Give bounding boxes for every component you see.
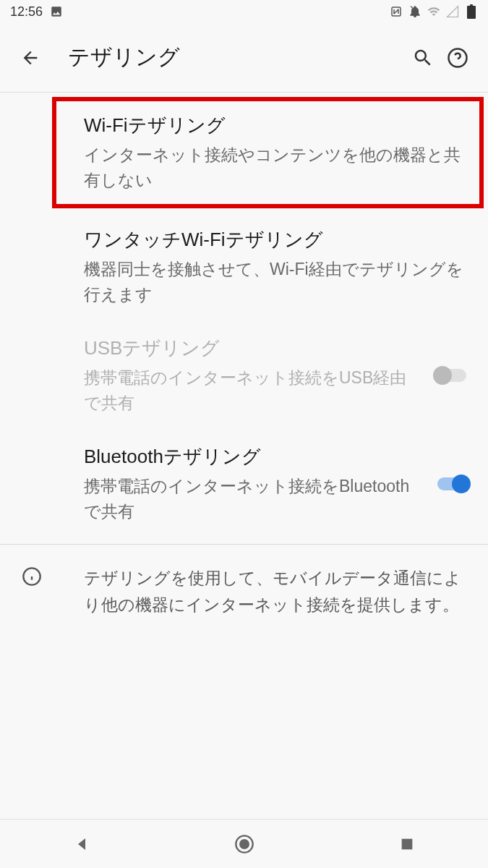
svg-rect-1 — [467, 6, 476, 19]
nav-home-button[interactable] — [215, 827, 273, 861]
nfc-icon — [390, 5, 403, 18]
help-button[interactable] — [440, 41, 475, 75]
status-time: 12:56 — [10, 4, 43, 20]
battery-icon — [465, 5, 478, 18]
navigation-bar — [0, 819, 488, 868]
setting-subtitle: 携帯電話のインターネット接続をUSB経由で共有 — [84, 365, 421, 415]
svg-rect-10 — [401, 838, 412, 849]
info-text: テザリングを使用して、モバイルデータ通信により他の機器にインターネット接続を提供… — [84, 565, 471, 618]
search-button[interactable] — [406, 41, 440, 75]
nav-home-icon — [234, 834, 254, 854]
status-left: 12:56 — [10, 4, 63, 20]
back-button[interactable] — [13, 41, 48, 75]
nav-back-button[interactable] — [53, 827, 111, 861]
setting-title: Wi-Fiテザリング — [84, 113, 462, 138]
info-icon-wrap — [17, 565, 84, 618]
info-section: テザリングを使用して、モバイルデータ通信により他の機器にインターネット接続を提供… — [0, 550, 488, 633]
page-title: テザリング — [68, 43, 406, 72]
svg-rect-2 — [470, 4, 473, 7]
onetouch-wifi-tethering-item[interactable]: ワンタッチWi-Fiテザリング 機器同士を接触させて、Wi-Fi経由でテザリング… — [0, 213, 488, 321]
svg-point-9 — [240, 840, 249, 848]
bluetooth-tethering-item[interactable]: Bluetoothテザリング 携帯電話のインターネット接続をBluetoothで… — [0, 430, 488, 538]
nav-back-icon — [73, 835, 90, 853]
status-right — [390, 5, 478, 18]
setting-title: ワンタッチWi-Fiテザリング — [84, 227, 471, 252]
app-bar: テザリング — [0, 23, 488, 93]
setting-title: Bluetoothテザリング — [84, 444, 421, 469]
notification-muted-icon — [408, 5, 421, 18]
divider — [0, 544, 488, 545]
help-icon — [447, 47, 468, 69]
search-icon — [412, 47, 434, 69]
settings-list: Wi-Fiテザリング インターネット接続やコンテンツを他の機器と共有しない ワン… — [0, 97, 488, 633]
usb-tethering-switch — [433, 365, 471, 386]
wifi-tethering-item[interactable]: Wi-Fiテザリング インターネット接続やコンテンツを他の機器と共有しない — [52, 97, 484, 208]
image-icon — [50, 5, 63, 18]
nav-recent-icon — [399, 836, 415, 852]
wifi-icon — [427, 5, 440, 18]
setting-title: USBテザリング — [84, 336, 421, 361]
setting-subtitle: インターネット接続やコンテンツを他の機器と共有しない — [84, 142, 462, 192]
nav-recent-button[interactable] — [378, 827, 436, 861]
status-bar: 12:56 — [0, 0, 488, 23]
back-arrow-icon — [20, 48, 40, 68]
usb-tethering-item: USBテザリング 携帯電話のインターネット接続をUSB経由で共有 — [0, 321, 488, 430]
signal-icon — [446, 5, 459, 18]
bluetooth-tethering-switch[interactable] — [433, 474, 471, 494]
setting-subtitle: 機器同士を接触させて、Wi-Fi経由でテザリングを行えます — [84, 257, 471, 307]
setting-subtitle: 携帯電話のインターネット接続をBluetoothで共有 — [84, 474, 421, 524]
info-icon — [22, 566, 42, 587]
